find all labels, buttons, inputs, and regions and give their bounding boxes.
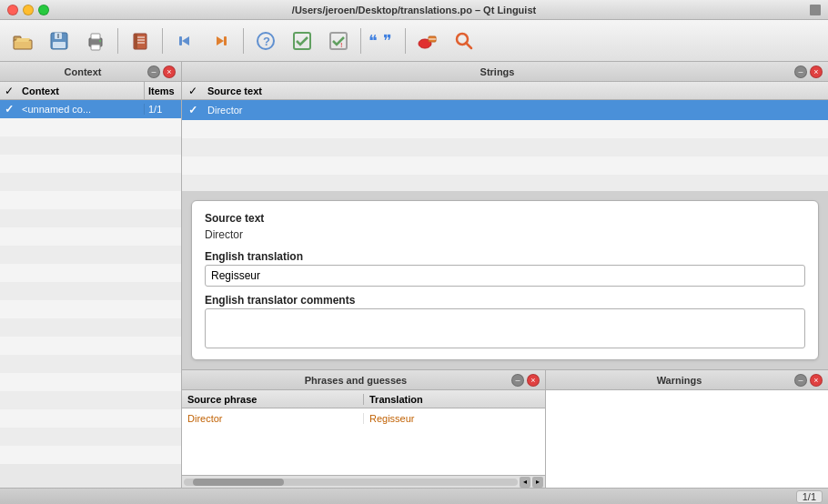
stripe-row	[0, 282, 181, 300]
done-button[interactable]	[285, 25, 319, 57]
titlebar: /Users/jeroen/Desktop/translations.po – …	[0, 0, 828, 20]
phrases-close[interactable]: ×	[527, 374, 540, 387]
scroll-track[interactable]	[184, 479, 518, 486]
window-title: /Users/jeroen/Desktop/translations.po – …	[292, 5, 536, 15]
status-position: 1/1	[796, 490, 823, 503]
svg-rect-9	[99, 40, 101, 42]
warnings-close[interactable]: ×	[810, 374, 823, 387]
svg-rect-7	[91, 34, 100, 39]
statusbar: 1/1	[0, 488, 828, 504]
phrases-source-cell: Director	[182, 413, 364, 424]
next-button[interactable]	[204, 25, 238, 57]
context-row-context: <unnamed co...	[18, 104, 145, 115]
stripe-row	[0, 355, 181, 373]
context-table-row[interactable]: ✓ <unnamed co... 1/1	[0, 100, 181, 118]
phrases-minimize[interactable]: –	[511, 374, 524, 387]
context-panel-title: Context	[18, 66, 147, 77]
strings-check-header: ✓	[182, 85, 204, 97]
svg-rect-5	[57, 34, 59, 38]
strings-panel-title: Strings	[200, 66, 794, 77]
check-icon: !	[327, 29, 350, 53]
phrases-panel-title: Phrases and guesses	[200, 375, 511, 386]
book-button[interactable]	[123, 25, 157, 57]
stripe-row	[0, 264, 181, 282]
strings-empty-rows	[182, 120, 828, 191]
strings-table-header: ✓ Source text	[182, 82, 828, 100]
stripe-row	[0, 300, 181, 318]
strings-panel: Strings – × ✓ Source text ✓ Director	[182, 62, 828, 488]
phrases-translation-header: Translation	[364, 394, 545, 405]
toolbar-separator-2	[162, 28, 163, 54]
help-button[interactable]: ?	[248, 25, 283, 57]
window-controls	[7, 5, 49, 15]
toolbar-separator-4	[360, 28, 361, 54]
context-empty-rows	[0, 118, 181, 464]
strings-panel-minimize[interactable]: –	[794, 66, 807, 78]
help-icon: ?	[254, 29, 278, 53]
book-icon	[128, 29, 152, 53]
close-button[interactable]	[7, 5, 18, 15]
warning-icon	[416, 29, 439, 53]
check-button[interactable]: !	[321, 25, 356, 57]
strings-table-area: ✓ Source text ✓ Director	[182, 82, 828, 191]
warnings-minimize[interactable]: –	[794, 374, 807, 387]
comments-textarea[interactable]	[205, 308, 805, 348]
strings-table-row[interactable]: ✓ Director	[182, 100, 828, 120]
stripe-row	[0, 337, 181, 355]
context-row-items: 1/1	[145, 104, 181, 115]
bottom-panels: Phrases and guesses – × Source phrase Tr…	[182, 369, 828, 488]
toolbar-separator-1	[117, 28, 118, 54]
stripe-row	[0, 391, 181, 409]
stripe-row	[0, 318, 181, 337]
svg-marker-15	[182, 36, 189, 45]
stripe-row	[0, 373, 181, 391]
scroll-right[interactable]: ▸	[532, 477, 543, 488]
svg-rect-18	[224, 36, 227, 45]
source-text-label: Source text	[205, 212, 805, 225]
resize-handle[interactable]	[810, 5, 821, 15]
svg-rect-21	[294, 33, 310, 49]
checkmark-icon	[290, 29, 314, 53]
stripe-row	[0, 191, 181, 209]
context-row-check: ✓	[0, 103, 18, 116]
phrases-panel-icons: – ×	[511, 374, 540, 387]
context-panel-minimize[interactable]: –	[147, 66, 160, 78]
translate-button[interactable]: ❝ ❞	[366, 25, 400, 57]
strings-panel-close[interactable]: ×	[810, 66, 823, 78]
comments-section: English translator comments	[205, 294, 805, 348]
next-icon	[209, 29, 233, 53]
context-context-header: Context	[18, 82, 145, 99]
zoom-button[interactable]	[447, 25, 481, 57]
svg-rect-22	[330, 33, 347, 49]
phrases-table-row[interactable]: Director Regisseur	[182, 408, 545, 428]
warning-button[interactable]	[410, 25, 445, 57]
phrases-panel-header: Phrases and guesses – ×	[182, 370, 545, 390]
strings-row-source: Director	[204, 105, 828, 116]
svg-text:❞: ❞	[383, 32, 392, 50]
save-button[interactable]	[42, 25, 76, 57]
scroll-thumb[interactable]	[193, 479, 284, 486]
maximize-button[interactable]	[38, 5, 49, 15]
open-button[interactable]	[5, 25, 40, 57]
svg-marker-17	[217, 36, 224, 45]
phrases-scrollbar: ◂ ▸	[182, 475, 545, 488]
prev-button[interactable]	[167, 25, 202, 57]
print-button[interactable]	[78, 25, 113, 57]
strings-panel-icons: – ×	[794, 66, 823, 78]
stripe-row	[0, 173, 181, 191]
warnings-panel-icons: – ×	[794, 374, 823, 387]
translate-icon: ❝ ❞	[367, 29, 399, 53]
source-text-section: Source text Director	[205, 212, 805, 243]
context-check-header: ✓	[0, 82, 18, 99]
context-panel-close[interactable]: ×	[163, 66, 176, 78]
stripe-row	[0, 118, 181, 136]
toolbar-separator-5	[405, 28, 406, 54]
svg-text:!: !	[340, 41, 343, 49]
translation-input[interactable]	[205, 265, 805, 287]
source-text-value: Director	[205, 227, 805, 243]
minimize-button[interactable]	[23, 5, 34, 15]
phrases-table-header: Source phrase Translation	[182, 390, 545, 408]
stripe-row	[0, 428, 181, 446]
strings-source-header: Source text	[204, 86, 828, 96]
scroll-left[interactable]: ◂	[520, 477, 530, 488]
